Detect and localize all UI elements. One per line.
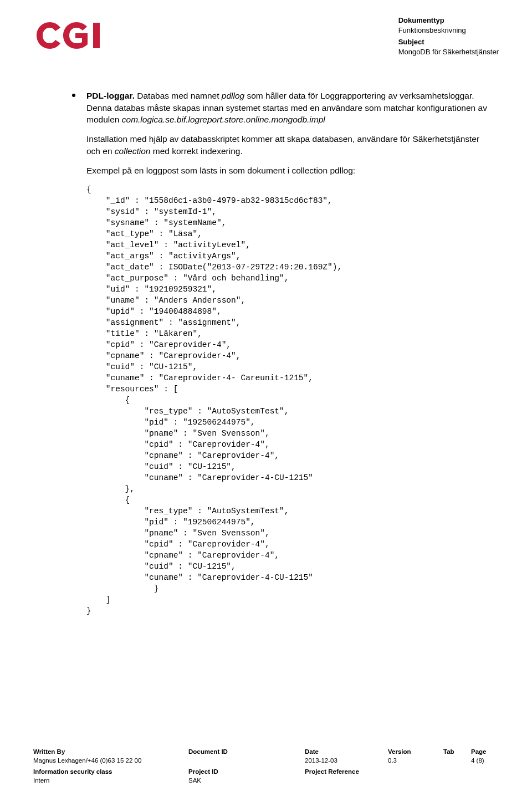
paragraph-installation: Installation med hjälp av databasskripte… [72, 133, 488, 157]
bullet-italic-2: com.logica.se.bif.logreport.store.online… [122, 115, 325, 124]
footer-date-value: 2013-12-03 [305, 756, 388, 765]
svg-rect-0 [93, 23, 100, 48]
footer-page-value: 4 (8) [471, 756, 499, 765]
document-header: Dokumenttyp Funktionsbeskrivning Subject… [33, 16, 499, 57]
footer-projectref-label: Project Reference [305, 767, 388, 776]
footer-writtenby-label: Written By [33, 747, 188, 756]
footer-tab-value [443, 756, 471, 765]
footer-projectid-label: Project ID [188, 767, 305, 776]
document-meta: Dokumenttyp Funktionsbeskrivning Subject… [398, 16, 499, 57]
footer-secclass-value: Intern [33, 776, 188, 785]
subject-label: Subject [398, 37, 499, 47]
cgi-logo [33, 20, 105, 51]
para1-italic: collection [115, 146, 151, 156]
footer-secclass-label: Information security class [33, 767, 188, 776]
bullet-pdl-loggar: PDL-loggar. Databas med namnet pdllog so… [72, 90, 488, 125]
footer-writtenby-value: Magnus Lexhagen/+46 (0)63 15 22 00 [33, 756, 188, 765]
footer-projectref-value [305, 776, 388, 785]
bullet-italic-1: pdllog [222, 91, 244, 100]
paragraph-example: Exempel på en loggpost som lästs in som … [72, 165, 488, 176]
footer-docid-value [188, 756, 305, 765]
subject-value: MongoDB för Säkerhetstjänster [398, 47, 499, 57]
bullet-icon [72, 94, 75, 97]
document-body: PDL-loggar. Databas med namnet pdllog so… [33, 90, 499, 616]
code-example: { "_id" : "1558d6c1-a3b0-4979-ab32-98315… [72, 184, 488, 616]
bullet-bold-prefix: PDL-loggar. [86, 91, 135, 100]
para1-b: med korrekt indexering. [150, 146, 242, 156]
footer-page-label: Page [471, 747, 499, 756]
footer-projectid-value: SAK [188, 776, 305, 785]
bullet-text-1: Databas med namnet [135, 91, 222, 100]
footer-version-value: 0.3 [388, 756, 443, 765]
dokumenttyp-label: Dokumenttyp [398, 16, 499, 25]
footer-docid-label: Document ID [188, 747, 305, 756]
footer-date-label: Date [305, 747, 388, 756]
footer-version-label: Version [388, 747, 443, 756]
document-footer: Written By Document ID Date Version Tab … [33, 747, 499, 785]
dokumenttyp-value: Funktionsbeskrivning [398, 25, 499, 35]
footer-tab-label: Tab [443, 747, 471, 756]
